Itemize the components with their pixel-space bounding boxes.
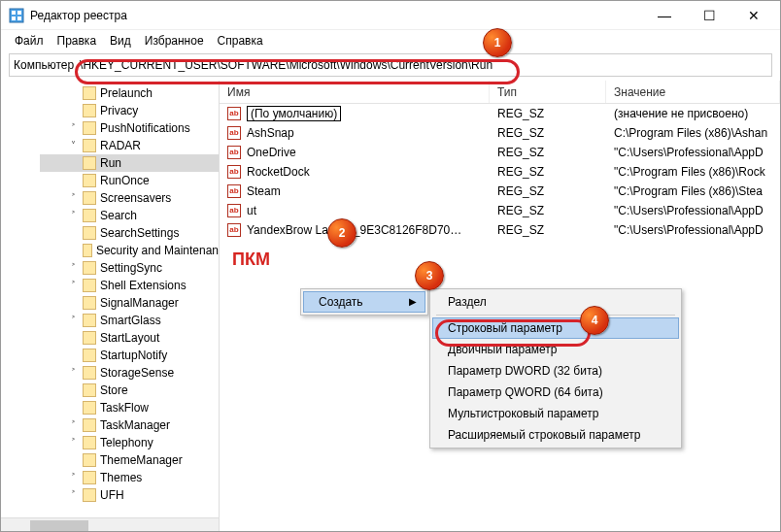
- tree-node[interactable]: ˃TaskManager: [40, 416, 219, 434]
- tree-node[interactable]: ˃Telephony: [40, 434, 219, 451]
- cell-name: abSteam: [220, 184, 490, 198]
- tree-node[interactable]: Prelaunch: [40, 84, 219, 102]
- minimize-button[interactable]: —: [650, 8, 679, 23]
- context-submenu-create[interactable]: Раздел Строковый параметр Двоичный парам…: [429, 288, 682, 449]
- address-bar[interactable]: Компьютер \HKEY_CURRENT_USER\SOFTWARE\Mi…: [9, 53, 772, 77]
- chevron-icon[interactable]: ˃: [67, 261, 79, 275]
- menu-help[interactable]: Справка: [212, 32, 269, 50]
- tree-node[interactable]: StartupNotify: [40, 347, 219, 364]
- scrollbar-thumb[interactable]: [30, 520, 88, 531]
- chevron-icon[interactable]: ˃: [67, 471, 79, 484]
- reg-string-icon: ab: [227, 204, 241, 217]
- tree-hscrollbar[interactable]: [1, 517, 219, 532]
- list-row[interactable]: abOneDriveREG_SZ"C:\Users\Professional\A…: [220, 143, 780, 162]
- chevron-icon[interactable]: ˃: [67, 279, 79, 292]
- folder-icon: [83, 156, 96, 170]
- list-row[interactable]: abutREG_SZ"C:\Users\Professional\AppD: [220, 201, 780, 220]
- tree-node-label: Prelaunch: [100, 86, 153, 100]
- tree-node[interactable]: ˃Search: [40, 207, 219, 224]
- folder-icon: [83, 279, 96, 292]
- tree-node-label: StartLayout: [100, 331, 159, 345]
- menu-view[interactable]: Вид: [104, 32, 137, 50]
- chevron-icon[interactable]: ˃: [67, 209, 79, 222]
- menu-item-label: Мультистроковый параметр: [448, 407, 599, 420]
- reg-string-icon: ab: [227, 126, 241, 140]
- menu-edit[interactable]: Правка: [51, 32, 103, 50]
- tree-node[interactable]: ˃SmartGlass: [40, 312, 219, 329]
- submenu-item-section[interactable]: Раздел: [432, 291, 679, 313]
- close-button[interactable]: ✕: [739, 8, 768, 23]
- maximize-button[interactable]: ☐: [695, 8, 724, 23]
- tree-node-label: Search: [100, 209, 137, 222]
- chevron-icon[interactable]: ˃: [67, 366, 79, 380]
- tree-node[interactable]: ˃UFH: [40, 486, 219, 504]
- tree-node-label: Run: [100, 156, 121, 170]
- tree-node[interactable]: ˃Screensavers: [40, 189, 219, 207]
- badge-1: 1: [483, 28, 512, 57]
- svg-rect-3: [12, 17, 16, 20]
- cell-name: abAshSnap: [220, 126, 490, 140]
- menu-file[interactable]: Файл: [9, 32, 50, 50]
- tree-node-label: Security and Maintenan: [96, 244, 219, 257]
- address-path[interactable]: \HKEY_CURRENT_USER\SOFTWARE\Microsoft\Wi…: [78, 58, 771, 72]
- chevron-icon[interactable]: ˃: [67, 191, 79, 205]
- cell-value: (значение не присвоено): [606, 107, 780, 120]
- header-name[interactable]: Имя: [220, 81, 490, 103]
- menu-item-create[interactable]: Создать ▶: [303, 291, 425, 313]
- value-name: Steam: [247, 184, 281, 198]
- tree-node-label: SearchSettings: [100, 226, 179, 240]
- header-type[interactable]: Тип: [490, 81, 606, 103]
- tree-node[interactable]: TaskFlow: [40, 399, 219, 416]
- list-row[interactable]: abSteamREG_SZ"C:\Program Files (x86)\Ste…: [220, 182, 780, 201]
- menu-favorites[interactable]: Избранное: [139, 32, 210, 50]
- folder-icon: [83, 401, 96, 415]
- folder-icon: [83, 453, 96, 467]
- chevron-icon[interactable]: ˃: [67, 488, 79, 502]
- tree-node[interactable]: ˃SettingSync: [40, 259, 219, 277]
- tree-node[interactable]: ˃StorageSense: [40, 364, 219, 382]
- tree-node[interactable]: Store: [40, 382, 219, 399]
- tree-node[interactable]: SearchSettings: [40, 224, 219, 242]
- tree-node-label: Shell Extensions: [100, 279, 187, 292]
- submenu-item-binary[interactable]: Двоичный параметр: [432, 339, 679, 360]
- tree-node-label: ThemeManager: [100, 453, 183, 467]
- badge-3: 3: [415, 261, 444, 290]
- tree-node-label: Themes: [100, 471, 142, 484]
- chevron-icon[interactable]: ˃: [67, 436, 79, 449]
- list-header: Имя Тип Значение: [220, 81, 780, 104]
- list-row[interactable]: ab(По умолчанию)REG_SZ(значение не присв…: [220, 104, 780, 123]
- menu-separator: [436, 315, 675, 316]
- tree-node[interactable]: Privacy: [40, 102, 219, 119]
- tree-node[interactable]: ˃PushNotifications: [40, 119, 219, 137]
- submenu-item-dword[interactable]: Параметр DWORD (32 бита): [432, 360, 679, 382]
- chevron-icon[interactable]: ˃: [67, 418, 79, 432]
- tree-panel[interactable]: PrelaunchPrivacy˃PushNotifications˅RADAR…: [1, 81, 220, 532]
- value-name: RocketDock: [247, 165, 310, 179]
- list-row[interactable]: abRocketDockREG_SZ"C:\Program Files (x86…: [220, 162, 780, 182]
- tree-node[interactable]: ˅RADAR: [40, 137, 219, 154]
- menu-bar: Файл Правка Вид Избранное Справка: [1, 30, 780, 51]
- submenu-item-multi[interactable]: Мультистроковый параметр: [432, 403, 679, 424]
- submenu-item-expand[interactable]: Расширяемый строковый параметр: [432, 424, 679, 446]
- submenu-item-string[interactable]: Строковый параметр: [432, 317, 679, 339]
- tree-node[interactable]: ThemeManager: [40, 451, 219, 469]
- cell-name: abOneDrive: [220, 146, 490, 159]
- tree-node-label: SignalManager: [100, 296, 179, 310]
- header-value[interactable]: Значение: [606, 81, 780, 103]
- tree-node[interactable]: SignalManager: [40, 294, 219, 312]
- tree-node[interactable]: ˃Shell Extensions: [40, 277, 219, 294]
- list-row[interactable]: abAshSnapREG_SZC:\Program Files (x86)\As…: [220, 123, 780, 143]
- chevron-icon[interactable]: ˅: [67, 139, 79, 152]
- tree-node[interactable]: RunOnce: [40, 172, 219, 189]
- cell-type: REG_SZ: [490, 146, 606, 159]
- tree-node[interactable]: StartLayout: [40, 329, 219, 347]
- submenu-item-qword[interactable]: Параметр QWORD (64 бита): [432, 382, 679, 403]
- tree-node[interactable]: Security and Maintenan: [40, 242, 219, 259]
- chevron-icon[interactable]: ˃: [67, 121, 79, 135]
- context-menu-main[interactable]: Создать ▶: [300, 288, 428, 316]
- tree-node[interactable]: ˃Themes: [40, 469, 219, 486]
- list-row[interactable]: abYandexBrow Launch_9E3C8126F8D70…REG_SZ…: [220, 220, 780, 240]
- tree-node[interactable]: Run: [40, 154, 219, 172]
- tree-node-label: Screensavers: [100, 191, 171, 205]
- chevron-icon[interactable]: ˃: [67, 314, 79, 327]
